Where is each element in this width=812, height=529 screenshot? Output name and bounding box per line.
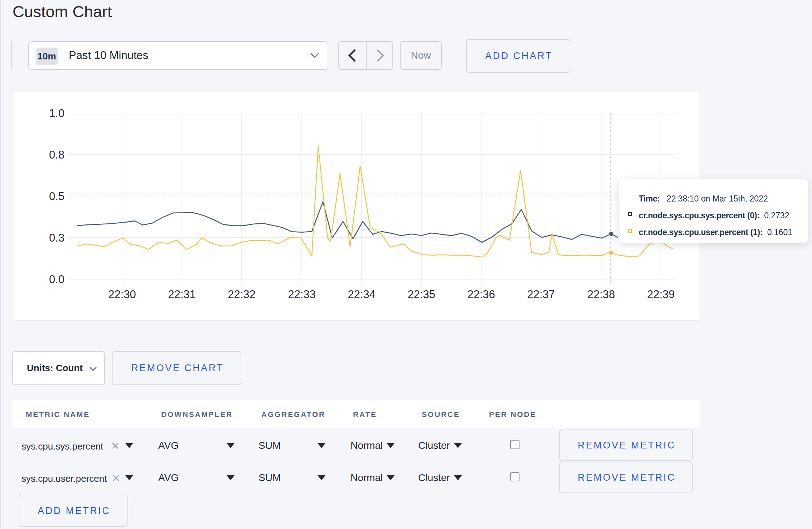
svg-text:22:39: 22:39: [647, 288, 675, 301]
svg-text:22:37: 22:37: [527, 288, 555, 301]
svg-text:0.3: 0.3: [49, 232, 64, 244]
svg-text:0.0: 0.0: [49, 273, 64, 286]
svg-text:22:31: 22:31: [168, 288, 196, 301]
svg-text:1.0: 1.0: [49, 107, 64, 120]
svg-text:0.8: 0.8: [49, 149, 64, 161]
svg-text:0.5: 0.5: [49, 190, 64, 203]
svg-text:22:36: 22:36: [467, 288, 495, 301]
svg-text:22:38: 22:38: [587, 288, 615, 301]
svg-text:22:35: 22:35: [407, 288, 435, 301]
svg-text:22:34: 22:34: [348, 288, 376, 301]
svg-text:22:33: 22:33: [288, 288, 316, 301]
svg-text:22:30: 22:30: [108, 288, 136, 301]
svg-text:22:32: 22:32: [228, 288, 256, 301]
